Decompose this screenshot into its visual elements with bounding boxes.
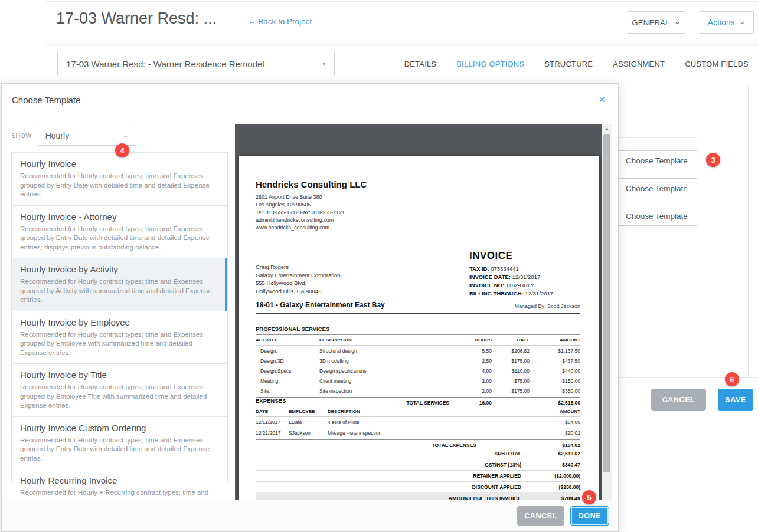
chevron-down-icon: ⌄ xyxy=(123,132,129,140)
tab-assignment[interactable]: ASSIGNMENT xyxy=(613,60,665,68)
total-row-retainer: RETAINER APPLIED($2,000.00) xyxy=(256,470,580,481)
step-badge-5: 5 xyxy=(582,490,596,504)
back-arrow-icon: ← xyxy=(248,17,256,26)
tab-custom-fields[interactable]: CUSTOM FIELDS xyxy=(685,60,749,68)
service-row: Design:Structural design5.50$206.82$1,13… xyxy=(256,346,580,356)
invoice-expenses-section: EXPENSES DATE EMPLOYEE DESCRIPTION AMOUN… xyxy=(256,398,580,451)
modal-done-button[interactable]: DONE xyxy=(570,506,609,526)
general-dropdown-button[interactable]: GENERAL ⌄ xyxy=(628,11,685,34)
invoice-project-name: 18-01 - Galaxy Entertainment East Bay xyxy=(256,301,385,309)
header-divider xyxy=(46,44,758,45)
client-city: Hollywood Hills, CA 90046 xyxy=(256,287,341,295)
show-filter-row: SHOW Hourly ⌄ xyxy=(11,126,136,146)
template-title: Hourly Invoice by Title xyxy=(20,369,219,381)
service-row: Design:SpecsDesign specifications4.00$11… xyxy=(256,366,580,376)
template-item-hourly-invoice-by-employee[interactable]: Hourly Invoice by Employee Recommended f… xyxy=(12,311,227,364)
chevron-down-icon: ⌄ xyxy=(674,18,681,24)
tab-details[interactable]: DETAILS xyxy=(404,60,437,68)
expense-row: 12/21/2017SJacksonMileage - site inspect… xyxy=(256,428,580,438)
expenses-section-title: EXPENSES xyxy=(256,398,580,404)
company-name: Hendricks Consulting LLC xyxy=(256,179,367,189)
page-title: 17-03 Warner Resd: ... xyxy=(56,9,217,28)
service-row: Meeting:Client meeting2.00$75.00$150.00 xyxy=(256,376,580,386)
template-item-hourly-invoice-custom-ordering[interactable]: Hourly Invoice Custom Ordering Recommend… xyxy=(12,417,227,470)
form-row-divider xyxy=(619,316,697,316)
invoice-project-line: 18-01 - Galaxy Entertainment East Bay Ma… xyxy=(256,301,580,314)
modal-footer: CANCEL DONE xyxy=(2,500,618,531)
invoice-tax-id: TAX ID: 073334441 xyxy=(469,265,587,273)
template-item-hourly-invoice[interactable]: Hourly Invoice Recommended for Hourly co… xyxy=(12,153,227,206)
template-description: Recommended for Hourly contract types; t… xyxy=(20,277,219,305)
template-item-hourly-invoice-attorney[interactable]: Hourly Invoice - Attorney Recommended fo… xyxy=(12,206,227,259)
invoice-page: Hendricks Consulting LLC 2601 Airport Dr… xyxy=(239,156,599,502)
show-filter-select[interactable]: Hourly ⌄ xyxy=(38,126,136,146)
show-filter-value: Hourly xyxy=(45,131,69,140)
invoice-client-block: Craig Rogers Galaxy Entertainment Corpor… xyxy=(256,263,341,295)
modal-header: Choose Template ✕ xyxy=(2,84,618,116)
project-tabs: DETAILS BILLING OPTIONS STRUCTURE ASSIGN… xyxy=(404,60,749,68)
chevron-down-icon: ⌄ xyxy=(739,18,746,24)
template-description: Recommended for Hourly contract types; t… xyxy=(20,172,219,199)
client-company: Galaxy Entertainment Corporation xyxy=(256,271,341,280)
top-divider xyxy=(46,1,758,2)
project-selector-value: 17-03 Warner Resd: - Warner Residence Re… xyxy=(66,59,264,69)
cancel-button[interactable]: CANCEL xyxy=(651,389,706,411)
expenses-table-header: DATE EMPLOYEE DESCRIPTION AMOUNT xyxy=(256,406,580,417)
template-title: Hourly Invoice xyxy=(20,158,219,170)
save-button[interactable]: SAVE xyxy=(718,389,753,411)
choose-template-button-2[interactable]: Choose Template xyxy=(619,178,697,198)
service-row: Design:3D3D modelling2.50$175.00$437.50 xyxy=(256,356,580,366)
template-item-hourly-invoice-by-title[interactable]: Hourly Invoice by Title Recommended for … xyxy=(12,364,227,417)
total-row-subtotal: SUBTOTAL$2,619.02 xyxy=(256,448,580,459)
expense-row: 12/11/2017LDale4 sets of Plots$84.00 xyxy=(256,417,580,428)
choose-template-button-3[interactable]: Choose Template xyxy=(619,206,697,226)
company-email: admin@hendricksconsulting.com xyxy=(256,216,367,224)
invoice-number: INVOICE NO: 1182-HRLY xyxy=(469,281,587,290)
services-table-header: ACTIVITY DESCRIPTION HOURS RATE AMOUNT xyxy=(256,334,580,346)
tab-billing-options[interactable]: BILLING OPTIONS xyxy=(456,60,524,68)
template-description: Recommended for Hourly contract types; t… xyxy=(20,225,219,252)
preview-scrollbar[interactable]: ▲ xyxy=(602,124,612,502)
invoice-totals-section: SUBTOTAL$2,619.02 GST/HST (13%)$340.47 R… xyxy=(256,448,580,502)
template-title: Hourly Recurring Invoice xyxy=(20,475,219,487)
service-row: Site:Site inspection2.00$175.00$350.00 xyxy=(256,386,580,396)
close-icon[interactable]: ✕ xyxy=(596,92,608,107)
total-row-discount: DISCOUNT APPLIED($250.00) xyxy=(256,481,580,492)
services-section-title: PROFESSIONAL SERVICES xyxy=(256,326,580,332)
template-title: Hourly Invoice - Attorney xyxy=(20,211,219,223)
tab-structure[interactable]: STRUCTURE xyxy=(544,60,593,68)
select-caret-icon: ▾ xyxy=(322,60,326,68)
modal-title: Choose Template xyxy=(12,95,80,105)
company-phone: Tel: 310-555-1212 Fax: 310-555-2121 xyxy=(256,209,367,216)
company-address: 2601 Airport Drive Suite 380 xyxy=(256,193,367,201)
step-badge-4: 4 xyxy=(115,143,129,157)
actions-dropdown-button[interactable]: Actions ⌄ xyxy=(700,11,754,34)
invoice-preview-pane: Hendricks Consulting LLC 2601 Airport Dr… xyxy=(235,124,612,502)
back-to-project-link[interactable]: ← Back to Project xyxy=(248,17,312,26)
template-description: Recommended for Hourly contract types; t… xyxy=(20,330,219,358)
invoice-services-section: PROFESSIONAL SERVICES ACTIVITY DESCRIPTI… xyxy=(256,326,580,408)
template-description: Recommended for Hourly contract types; t… xyxy=(20,383,219,411)
client-address: 555 Hollywood Blvd. xyxy=(256,279,341,287)
template-title: Hourly Invoice Custom Ordering xyxy=(20,422,219,434)
form-column-divider xyxy=(748,86,749,377)
template-list: Hourly Invoice Recommended for Hourly co… xyxy=(11,152,228,483)
invoice-heading: INVOICE xyxy=(469,250,587,262)
step-badge-3: 3 xyxy=(706,153,720,167)
choose-template-modal: Choose Template ✕ SHOW Hourly ⌄ Hourly I… xyxy=(1,83,619,532)
step-badge-6: 6 xyxy=(725,372,739,386)
modal-cancel-button[interactable]: CANCEL xyxy=(517,506,564,526)
invoice-company-block: Hendricks Consulting LLC 2601 Airport Dr… xyxy=(256,179,367,232)
scrollbar-thumb[interactable] xyxy=(603,134,610,472)
template-item-hourly-invoice-by-activity[interactable]: Hourly Invoice by Activity Recommended f… xyxy=(12,258,227,311)
choose-template-button-1[interactable]: Choose Template xyxy=(619,150,697,170)
scroll-up-icon[interactable]: ▲ xyxy=(602,126,612,130)
app-root: 17-03 Warner Resd: ... ← Back to Project… xyxy=(0,0,758,532)
total-row-tax: GST/HST (13%)$340.47 xyxy=(256,459,580,470)
template-title: Hourly Invoice by Employee xyxy=(20,317,219,329)
company-website: www.hendricks_consulting.com xyxy=(256,224,367,232)
show-label: SHOW xyxy=(11,132,32,139)
invoice-managed-by: Managed By: Scott Jackson xyxy=(514,303,580,309)
template-title: Hourly Invoice by Activity xyxy=(20,264,219,275)
project-selector[interactable]: 17-03 Warner Resd: - Warner Residence Re… xyxy=(57,52,335,75)
